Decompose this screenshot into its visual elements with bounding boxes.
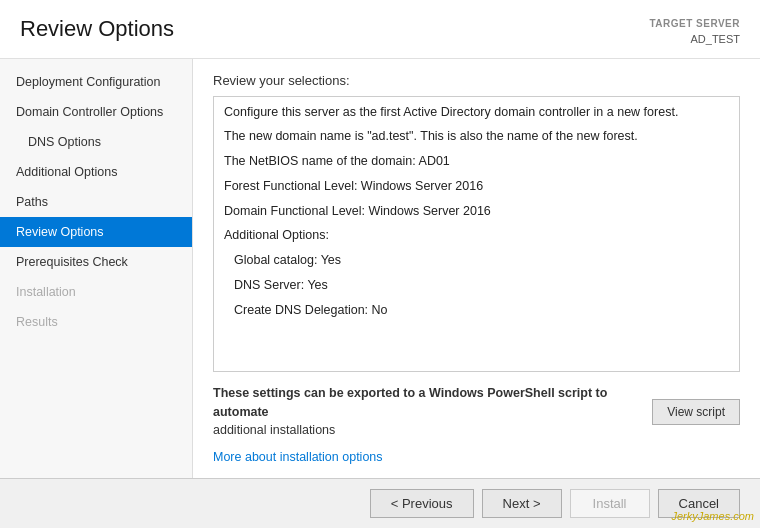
more-link[interactable]: More about installation options: [213, 450, 740, 464]
sidebar-item-dns-options[interactable]: DNS Options: [0, 127, 192, 157]
content-area: Review your selections: Configure this s…: [193, 59, 760, 479]
body: Deployment ConfigurationDomain Controlle…: [0, 59, 760, 479]
review-item-item1: Configure this server as the first Activ…: [224, 103, 729, 122]
review-item-item4: Forest Functional Level: Windows Server …: [224, 177, 729, 196]
cancel-button[interactable]: Cancel: [658, 489, 740, 518]
review-item-item5: Domain Functional Level: Windows Server …: [224, 202, 729, 221]
sidebar: Deployment ConfigurationDomain Controlle…: [0, 59, 193, 479]
header: Review Options TARGET SERVER AD_TEST: [0, 0, 760, 59]
export-text-normal: additional installations: [213, 423, 335, 437]
review-item-item8: DNS Server: Yes: [224, 276, 729, 295]
review-item-item6: Additional Options:: [224, 226, 729, 245]
sidebar-item-paths[interactable]: Paths: [0, 187, 192, 217]
previous-button[interactable]: < Previous: [370, 489, 474, 518]
sidebar-item-prerequisites-check[interactable]: Prerequisites Check: [0, 247, 192, 277]
page-title: Review Options: [20, 16, 174, 42]
sidebar-item-deployment-configuration[interactable]: Deployment Configuration: [0, 67, 192, 97]
next-button[interactable]: Next >: [482, 489, 562, 518]
review-item-item2: The new domain name is "ad.test". This i…: [224, 127, 729, 146]
review-box[interactable]: Configure this server as the first Activ…: [213, 96, 740, 372]
server-info: TARGET SERVER AD_TEST: [649, 16, 740, 48]
main-container: Review Options TARGET SERVER AD_TEST Dep…: [0, 0, 760, 528]
view-script-button[interactable]: View script: [652, 399, 740, 425]
sidebar-item-review-options[interactable]: Review Options: [0, 217, 192, 247]
sidebar-item-installation: Installation: [0, 277, 192, 307]
export-section: These settings can be exported to a Wind…: [213, 384, 740, 440]
review-label: Review your selections:: [213, 73, 740, 88]
sidebar-item-results: Results: [0, 307, 192, 337]
export-text: These settings can be exported to a Wind…: [213, 384, 652, 440]
server-name: AD_TEST: [649, 31, 740, 48]
review-item-item9: Create DNS Delegation: No: [224, 301, 729, 320]
install-button[interactable]: Install: [570, 489, 650, 518]
footer: < Previous Next > Install Cancel: [0, 478, 760, 528]
review-item-item7: Global catalog: Yes: [224, 251, 729, 270]
review-item-item3: The NetBIOS name of the domain: AD01: [224, 152, 729, 171]
server-label: TARGET SERVER: [649, 16, 740, 31]
export-text-bold: These settings can be exported to a Wind…: [213, 386, 607, 419]
sidebar-item-additional-options[interactable]: Additional Options: [0, 157, 192, 187]
sidebar-item-domain-controller-options[interactable]: Domain Controller Options: [0, 97, 192, 127]
